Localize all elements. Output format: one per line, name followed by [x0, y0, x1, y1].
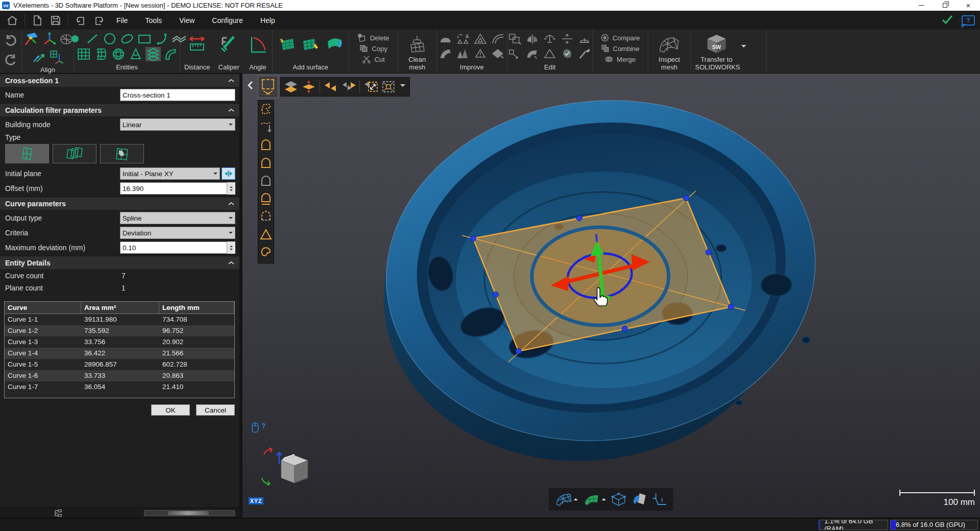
distance-tool[interactable]: Distance — [180, 30, 214, 73]
brush-dome-line-icon[interactable] — [260, 192, 272, 207]
zoom-selection-icon[interactable] — [380, 79, 397, 95]
align-move-icon[interactable] — [32, 51, 47, 66]
minimize-button[interactable] — [910, 0, 933, 11]
edit-orient-icon[interactable] — [578, 33, 591, 46]
restore-button[interactable] — [933, 0, 957, 11]
entity-rectangle-icon[interactable] — [137, 32, 152, 46]
add-surface-extend-icon[interactable] — [325, 36, 343, 53]
solidworks-icon[interactable]: SW — [705, 34, 728, 56]
next-slice-icon[interactable] — [340, 79, 357, 95]
table-row[interactable]: Curve 1-2735.59296.752 — [5, 325, 234, 336]
rotate-y-arrow-icon[interactable] — [262, 478, 270, 485]
compare-button[interactable]: Compare — [601, 34, 640, 42]
improve-spikes-icon[interactable] — [456, 48, 470, 61]
rectangle-select-tool[interactable] — [258, 76, 278, 98]
wireframe-mode-button[interactable] — [555, 492, 578, 506]
align-surfaces-icon[interactable] — [22, 32, 40, 49]
delete-button[interactable]: Delete — [357, 34, 389, 42]
edit-offset-icon[interactable] — [560, 33, 574, 46]
curve-table[interactable]: Curve Area mm² Length mm Curve 1-139131.… — [4, 301, 235, 398]
import-session-icon[interactable] — [75, 14, 87, 27]
table-row[interactable]: Curve 1-139131.980734.708 — [5, 314, 234, 325]
flip-plane-button[interactable] — [222, 167, 235, 180]
offset-input[interactable]: 16.390 — [120, 182, 235, 195]
help-icon[interactable]: ? — [962, 15, 975, 26]
clean-mesh-icon[interactable] — [407, 35, 427, 55]
entity-line-icon[interactable] — [85, 32, 100, 46]
lasso-select-icon[interactable] — [260, 103, 272, 118]
brush-dome-gray-icon[interactable] — [260, 174, 272, 189]
collapse-chevron-icon[interactable] — [228, 79, 234, 83]
improve-smooth-icon[interactable] — [491, 33, 504, 46]
improve-refine-icon[interactable] — [474, 33, 487, 46]
show-slices-icon[interactable] — [283, 79, 299, 95]
panel-header-curve-params[interactable]: Curve parameters — [0, 197, 239, 210]
improve-decimate-icon[interactable] — [456, 33, 470, 46]
ok-button[interactable]: OK — [151, 404, 190, 416]
undo-icon[interactable] — [3, 33, 18, 50]
mouse-hint-icon[interactable]: ? — [251, 422, 266, 434]
name-input[interactable]: Cross-section 1 — [120, 89, 235, 101]
brush-dome-dashed-icon[interactable] — [260, 210, 272, 225]
edit-validate-icon[interactable] — [560, 48, 574, 61]
cube-body[interactable] — [281, 454, 308, 483]
entity-curve-icon[interactable] — [163, 47, 178, 61]
previous-slice-icon[interactable] — [323, 79, 339, 95]
type-single-plane-button[interactable] — [5, 144, 49, 163]
improve-sharpen-icon[interactable] — [491, 48, 504, 61]
merge-button[interactable]: Merge — [605, 55, 635, 63]
panel-header-cross-section[interactable]: Cross-section 1 — [0, 74, 239, 87]
home-icon[interactable] — [6, 14, 18, 27]
brush-dome2-icon[interactable] — [260, 156, 272, 172]
copy-button[interactable]: Copy — [359, 44, 387, 53]
max-deviation-spinner[interactable] — [227, 242, 235, 254]
z-axis-arrow-icon[interactable] — [277, 452, 282, 464]
inspect-mesh-icon[interactable] — [658, 36, 680, 55]
building-mode-dropdown[interactable]: Linear — [120, 118, 235, 131]
add-surface-manual-icon[interactable] — [301, 36, 320, 53]
entity-ellipse-icon[interactable] — [119, 32, 135, 46]
cross-section-view-button[interactable] — [652, 492, 667, 506]
export-session-icon[interactable] — [93, 14, 105, 27]
close-button[interactable]: × — [957, 0, 980, 11]
freeform-select-icon[interactable] — [260, 246, 272, 261]
offset-spinner[interactable] — [227, 182, 235, 195]
edit-mirror-icon[interactable] — [526, 33, 539, 46]
menu-view[interactable]: View — [173, 14, 201, 27]
angle-tool[interactable]: Angle — [243, 30, 272, 73]
type-multi-plane-button[interactable] — [53, 144, 96, 163]
edit-scale-icon[interactable] — [543, 33, 556, 46]
edit-patch-icon[interactable] — [526, 48, 539, 61]
collapse-chevron-icon[interactable] — [228, 108, 234, 112]
entity-sphere-grid-icon[interactable] — [111, 47, 126, 61]
collapse-panel-chevron[interactable] — [246, 79, 255, 92]
entity-circle-icon[interactable] — [102, 32, 117, 46]
initial-plane-dropdown[interactable]: Initial - Plane XY — [120, 167, 220, 180]
entity-arc-icon[interactable] — [154, 32, 169, 46]
spline-select-icon[interactable] — [260, 120, 272, 136]
surface-mode-button[interactable] — [583, 492, 606, 506]
table-row[interactable]: Curve 1-333.75620.902 — [5, 336, 234, 348]
menu-file[interactable]: File — [110, 14, 134, 27]
output-type-dropdown[interactable]: Spline — [120, 212, 235, 224]
type-radial-button[interactable] — [100, 144, 144, 163]
tree-structure-icon[interactable] — [54, 510, 63, 517]
save-icon[interactable] — [50, 14, 62, 27]
brush-dome-icon[interactable] — [260, 138, 272, 154]
entity-cylinder-grid-icon[interactable] — [93, 47, 109, 61]
align-points-icon[interactable] — [42, 32, 57, 49]
caliper-tool[interactable]: Caliper — [214, 30, 243, 73]
collapse-chevron-icon[interactable] — [228, 202, 234, 206]
collapse-chevron-icon[interactable] — [228, 261, 234, 265]
align-grid-axes-icon[interactable] — [49, 50, 64, 66]
entity-grid-icon[interactable] — [76, 47, 91, 61]
menu-tools[interactable]: Tools — [139, 14, 168, 27]
navigation-cube[interactable] — [257, 446, 313, 499]
entity-point-icon[interactable] — [67, 32, 83, 46]
table-row[interactable]: Curve 1-436.42221.566 — [5, 348, 234, 359]
table-row[interactable]: Curve 1-736.05421.410 — [5, 381, 234, 393]
zoom-extents-icon[interactable] — [362, 79, 379, 95]
edit-triangle-icon[interactable] — [543, 48, 556, 61]
improve-defeature-icon[interactable] — [439, 48, 452, 61]
triangle-select-icon[interactable] — [260, 228, 272, 243]
